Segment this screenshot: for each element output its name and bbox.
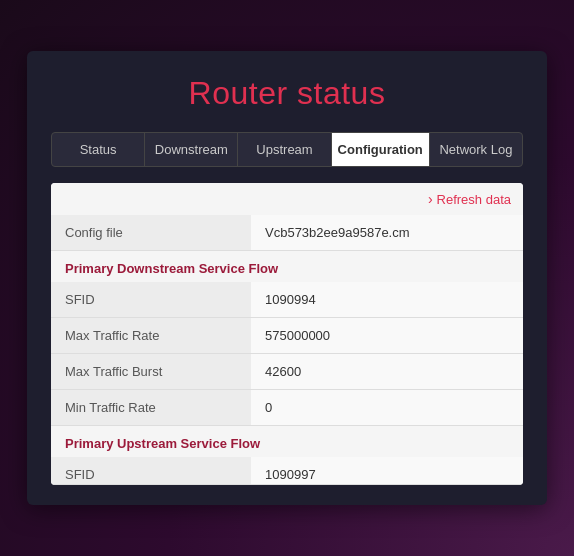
- downstream-sfid-value: 1090994: [251, 282, 523, 317]
- tab-status[interactable]: Status: [52, 133, 145, 166]
- downstream-min-rate-value: 0: [251, 390, 523, 425]
- downstream-max-rate-row: Max Traffic Rate 575000000: [51, 318, 523, 354]
- tab-upstream[interactable]: Upstream: [238, 133, 331, 166]
- upstream-sfid-row: SFID 1090997: [51, 457, 523, 485]
- downstream-max-burst-value: 42600: [251, 354, 523, 389]
- config-file-row: Config file Vcb573b2ee9a9587e.cm: [51, 215, 523, 251]
- downstream-max-rate-label: Max Traffic Rate: [51, 318, 251, 353]
- downstream-section-header: Primary Downstream Service Flow: [51, 251, 523, 282]
- downstream-min-rate-row: Min Traffic Rate 0: [51, 390, 523, 426]
- upstream-sfid-label: SFID: [51, 457, 251, 484]
- tab-bar: Status Downstream Upstream Configuration…: [51, 132, 523, 167]
- downstream-sfid-row: SFID 1090994: [51, 282, 523, 318]
- config-file-value: Vcb573b2ee9a9587e.cm: [251, 215, 523, 250]
- downstream-max-burst-row: Max Traffic Burst 42600: [51, 354, 523, 390]
- config-table[interactable]: Config file Vcb573b2ee9a9587e.cm Primary…: [51, 215, 523, 485]
- downstream-max-burst-label: Max Traffic Burst: [51, 354, 251, 389]
- page-title: Router status: [51, 75, 523, 112]
- refresh-bar: › Refresh data: [51, 183, 523, 215]
- upstream-section-header: Primary Upstream Service Flow: [51, 426, 523, 457]
- upstream-sfid-value: 1090997: [251, 457, 523, 484]
- config-file-label: Config file: [51, 215, 251, 250]
- refresh-button[interactable]: › Refresh data: [428, 191, 511, 207]
- refresh-label: Refresh data: [437, 192, 511, 207]
- tab-network-log[interactable]: Network Log: [430, 133, 522, 166]
- router-status-card: Router status Status Downstream Upstream…: [27, 51, 547, 505]
- downstream-max-rate-value: 575000000: [251, 318, 523, 353]
- chevron-right-icon: ›: [428, 191, 433, 207]
- content-area: › Refresh data Config file Vcb573b2ee9a9…: [51, 183, 523, 485]
- tab-downstream[interactable]: Downstream: [145, 133, 238, 166]
- downstream-min-rate-label: Min Traffic Rate: [51, 390, 251, 425]
- tab-configuration[interactable]: Configuration: [332, 133, 430, 166]
- downstream-sfid-label: SFID: [51, 282, 251, 317]
